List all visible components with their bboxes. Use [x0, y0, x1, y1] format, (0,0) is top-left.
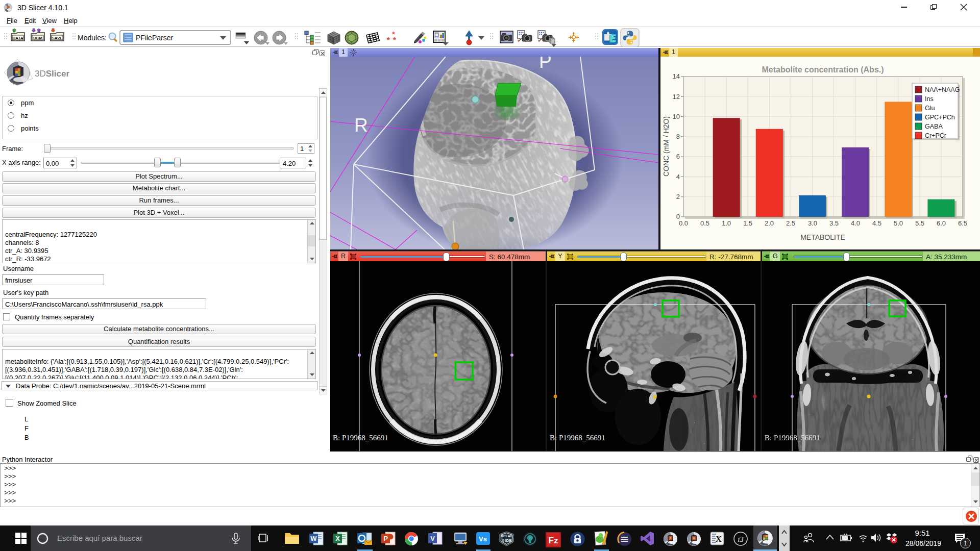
svg-text:5.0: 5.0 — [894, 219, 903, 227]
svg-text:DCM: DCM — [33, 36, 43, 40]
svg-text:P: P — [383, 535, 388, 542]
svg-text:GPC+PCh: GPC+PCh — [925, 114, 955, 121]
svg-text:3DSlicer: 3DSlicer — [35, 69, 69, 79]
svg-text:PFileParser: PFileParser — [136, 34, 173, 42]
svg-text:*: * — [387, 35, 390, 44]
svg-text:12: 12 — [673, 93, 680, 101]
svg-text:CONC (mM / H2O): CONC (mM / H2O) — [662, 116, 670, 177]
svg-text:4: 4 — [676, 173, 680, 181]
svg-text:X: X — [716, 534, 722, 544]
svg-text:X: X — [335, 535, 340, 542]
svg-text:B: P19968_56691: B: P19968_56691 — [765, 434, 820, 442]
svg-text:Vs: Vs — [479, 535, 487, 543]
svg-text:4.5: 4.5 — [872, 219, 881, 227]
svg-text:W: W — [310, 535, 317, 542]
svg-text:NAA+NAAG: NAA+NAAG — [925, 86, 960, 93]
svg-text:10: 10 — [673, 113, 680, 120]
svg-text:14: 14 — [673, 72, 680, 80]
svg-text:2.5: 2.5 — [786, 219, 795, 227]
svg-text:X IDE: X IDE — [502, 538, 512, 543]
svg-text:3.0: 3.0 — [808, 219, 817, 227]
svg-text:Ins: Ins — [925, 95, 934, 103]
svg-text:DATA: DATA — [12, 36, 23, 40]
svg-text:0.5: 0.5 — [700, 219, 709, 227]
svg-text:3.5: 3.5 — [829, 219, 839, 227]
svg-text:B: P19968_56691: B: P19968_56691 — [550, 434, 605, 442]
svg-text:Modules:: Modules: — [78, 34, 107, 42]
svg-text:6.5: 6.5 — [958, 219, 967, 227]
svg-text:i3: i3 — [738, 535, 744, 543]
svg-text:B: P19968_56691: B: P19968_56691 — [333, 434, 388, 442]
svg-text:Metabolite concentration (Abs.: Metabolite concentration (Abs.) — [762, 65, 884, 74]
svg-text:1.5: 1.5 — [743, 219, 752, 227]
svg-text:*: * — [393, 35, 396, 44]
svg-text:Cr+PCr: Cr+PCr — [925, 132, 946, 139]
svg-text:1.0: 1.0 — [722, 219, 731, 227]
svg-text:GABA: GABA — [925, 123, 943, 130]
svg-text:2: 2 — [676, 193, 680, 201]
svg-text:SAVE: SAVE — [52, 36, 63, 40]
svg-text:4.0: 4.0 — [851, 219, 860, 227]
svg-text:6.0: 6.0 — [937, 219, 946, 227]
svg-text:P: P — [539, 57, 552, 72]
svg-text:Glu: Glu — [925, 105, 935, 112]
svg-text:V: V — [430, 535, 435, 542]
svg-text:2.0: 2.0 — [765, 219, 774, 227]
svg-text:6: 6 — [676, 153, 680, 160]
svg-text:8: 8 — [676, 133, 680, 140]
svg-text:Fz: Fz — [549, 536, 558, 545]
svg-text:5.5: 5.5 — [915, 219, 924, 227]
svg-text:0.0: 0.0 — [679, 219, 688, 227]
svg-text:R: R — [354, 115, 368, 136]
svg-text:MPLAB: MPLAB — [501, 534, 512, 538]
svg-text:METABOLITE: METABOLITE — [800, 233, 845, 241]
